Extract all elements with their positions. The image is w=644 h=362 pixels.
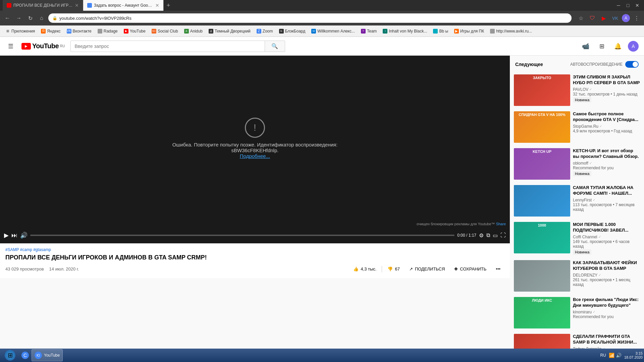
- sidebar-item-2[interactable]: KETCH UP KETCH-UP. И вот этот обзор вы п…: [513, 145, 641, 182]
- progress-bar[interactable]: [30, 235, 454, 236]
- next-button[interactable]: ⏭: [11, 232, 17, 239]
- sidebar-info-5: КАК ЗАРАБАТЫВАЮТ ФЕЙКИ ЮТУБЕРОВ В GTA SA…: [573, 260, 640, 292]
- tab-2[interactable]: Задать вопрос - Аккаунт Google ✕: [83, 0, 164, 11]
- minimize-button[interactable]: ─: [614, 1, 623, 9]
- video-tags[interactable]: #SAMP #сamp #gtasamp: [5, 247, 504, 252]
- bookmark-radage[interactable]: Radage: [95, 27, 120, 35]
- sidebar-item-0[interactable]: ЗАКРЫТО ЭТИМ СЛИВОМ Я ЗАКРЫЛ НУБО РП СЕР…: [513, 72, 641, 109]
- bookmark-willkommen[interactable]: W Willkommen Алекс...: [309, 27, 358, 35]
- sidebar-info-4: МОИ ПЕРВЫЕ 1.000 ПОДПИСЧИКОВ! ЗАВЕЛ... C…: [573, 222, 640, 255]
- bookmark-apps[interactable]: ⊞ Приложения: [3, 27, 38, 35]
- autoplay-toggle[interactable]: [625, 61, 639, 68]
- back-button[interactable]: ←: [3, 13, 12, 23]
- hamburger-menu[interactable]: ☰: [5, 40, 16, 53]
- share-link[interactable]: Share: [496, 222, 506, 226]
- header-right: 📹 ⊞ 🔔 A: [580, 40, 639, 52]
- thumb-text-5: [514, 260, 570, 263]
- verified-5: ✓: [598, 273, 601, 277]
- bookmark-bby[interactable]: Bb ы: [430, 27, 451, 35]
- youtube-header: ☰ YouTubeRU 🔍 📹 ⊞ 🔔 A: [0, 37, 644, 56]
- theater-icon[interactable]: ▭: [493, 232, 498, 239]
- search-button[interactable]: 🔍: [265, 41, 285, 52]
- url-bar[interactable]: 🔒 youtube.com/watch?v=9lOVP289cRs: [48, 13, 572, 23]
- notifications-button[interactable]: 🔔: [612, 40, 624, 52]
- url-text: youtube.com/watch?v=9lOVP289cRs: [59, 16, 131, 21]
- user-avatar-small[interactable]: A: [622, 14, 630, 22]
- thumbnail-3: [514, 185, 570, 217]
- tab1-close[interactable]: ✕: [75, 3, 79, 8]
- thumbnail-2: KETCH UP: [514, 148, 570, 180]
- search-input[interactable]: [71, 41, 265, 52]
- bookmark-star[interactable]: ☆: [576, 13, 586, 23]
- bookmark-avki[interactable]: http://www.aviki.ru...: [487, 27, 535, 35]
- bookmark-youtube[interactable]: ▶ YouTube: [121, 27, 148, 35]
- bookmark-blackboard[interactable]: Б БлэкБоард: [276, 27, 308, 35]
- sidebar-item-7[interactable]: СДЕЛАЛИ ГРАФФИТИ GTA SAMP В РЕАЛЬНОЙ ЖИЗ…: [513, 331, 641, 349]
- vk-icon[interactable]: VK: [610, 13, 620, 23]
- settings-icon[interactable]: ⚙: [479, 232, 484, 239]
- taskbar-youtube-tab[interactable]: Ю YouTube: [32, 349, 63, 361]
- sidebar: Следующее АВТОВОСПРОИЗВЕДЕНИЕ ЗАКРЫТО ЭТ…: [510, 56, 644, 349]
- sidebar-stats-4: 149 тыс. просмотров • 6 часов назад: [573, 239, 640, 249]
- play-button[interactable]: ▶: [4, 232, 9, 239]
- sidebar-info-7: СДЕЛАЛИ ГРАФФИТИ GTA SAMP В РЕАЛЬНОЙ ЖИЗ…: [573, 334, 640, 349]
- inhalt-icon: I: [383, 29, 387, 34]
- tab-1[interactable]: ПРОПАЛИ ВСЕ ДЕНЬГИ ИГРОК... ✕: [3, 0, 83, 11]
- address-bar-actions: ☆ 🛡 ▶ VK A ⋮: [576, 13, 641, 23]
- ad-blocked-text: очищен блокировщик рекламы для Youtube™: [417, 222, 495, 226]
- maximize-button[interactable]: □: [624, 1, 632, 9]
- create-video-button[interactable]: 📹: [580, 40, 592, 52]
- sidebar-header: Следующее АВТОВОСПРОИЗВЕДЕНИЕ: [513, 58, 641, 72]
- fullscreen-icon[interactable]: ⛶: [500, 232, 506, 238]
- youtube-logo-icon: [21, 43, 31, 50]
- reload-button[interactable]: ↻: [25, 13, 35, 23]
- sidebar-info-3: САМАЯ ТУПАЯ ЖАЛОБА НА ФОРУМЕ САМП! - НАШ…: [573, 185, 640, 217]
- bookmark-anidub[interactable]: A Anidub: [181, 27, 205, 35]
- bookmark-games[interactable]: ▶ Игры для ПК: [451, 27, 487, 35]
- volume-button[interactable]: 🔊: [20, 232, 28, 239]
- like-button[interactable]: 👍 4,3 тыс.: [349, 264, 380, 274]
- sidebar-item-4[interactable]: 1000 МОИ ПЕРВЫЕ 1.000 ПОДПИСЧИКОВ! ЗАВЕЛ…: [513, 219, 641, 257]
- bookmark-zoom[interactable]: Z Zoom: [254, 27, 276, 35]
- bookmark-dark-butler[interactable]: Д Темный Дворецкий: [206, 27, 253, 35]
- sidebar-title-3: САМАЯ ТУПАЯ ЖАЛОБА НА ФОРУМЕ САМП! - НАШ…: [573, 185, 640, 196]
- video-actions: 👍 4,3 тыс. 👎 67 ↗ ПОДЕЛИТЬСЯ ✚ СОХРАНИТЬ…: [349, 264, 504, 274]
- bookmark-bby-label: Bb ы: [439, 29, 448, 34]
- bookmark-vk[interactable]: VK Вконтакте: [64, 27, 94, 35]
- bookmark-inhalt[interactable]: I Inhalt von My Black...: [380, 27, 430, 35]
- taskbar-lang: RU: [600, 353, 606, 358]
- bookmark-team[interactable]: T Team: [358, 27, 379, 35]
- error-link[interactable]: Подробнее...: [240, 153, 270, 159]
- forward-button[interactable]: →: [14, 13, 23, 23]
- thumb-text-0: ЗАКРЫТО: [514, 74, 570, 81]
- bookmark-yandex[interactable]: Я Яндекс: [38, 27, 63, 35]
- sidebar-item-1[interactable]: СПИДРАН GTA V НА 100% Самое быстрое полн…: [513, 109, 641, 145]
- thumbnail-6: ЛЮДИ ИКС: [514, 297, 570, 328]
- verified-2: ✓: [589, 161, 592, 165]
- close-button[interactable]: ✕: [633, 1, 641, 9]
- youtube-logo[interactable]: YouTubeRU: [21, 42, 65, 50]
- start-icon: ⊞: [5, 350, 15, 361]
- search-bar[interactable]: [70, 41, 265, 52]
- user-avatar[interactable]: A: [628, 41, 639, 52]
- extensions-icon[interactable]: ⋮: [632, 13, 641, 23]
- save-button[interactable]: ✚ СОХРАНИТЬ: [450, 264, 490, 274]
- dislike-button[interactable]: 👎 67: [383, 264, 404, 274]
- new-tab-button[interactable]: +: [164, 0, 173, 11]
- miniplayer-icon[interactable]: ⧉: [486, 232, 490, 238]
- verified-4: ✓: [598, 235, 601, 239]
- share-button[interactable]: ↗ ПОДЕЛИТЬСЯ: [405, 264, 449, 274]
- bookmark-socialclub[interactable]: SC Social Club: [149, 27, 181, 35]
- sidebar-item-3[interactable]: САМАЯ ТУПАЯ ЖАЛОБА НА ФОРУМЕ САМП! - НАШ…: [513, 182, 641, 219]
- yt-icon[interactable]: ▶: [599, 13, 608, 23]
- home-button[interactable]: ⌂: [37, 13, 46, 23]
- more-actions-button[interactable]: •••: [492, 264, 504, 274]
- sidebar-item-6[interactable]: ЛЮДИ ИКС Все грехи фильма "Люди Икс: Дни…: [513, 294, 641, 331]
- start-button[interactable]: ⊞: [1, 349, 19, 361]
- tab2-close[interactable]: ✕: [155, 3, 159, 8]
- taskbar-chrome-icon[interactable]: C: [19, 349, 32, 361]
- tab1-favicon: [7, 3, 11, 8]
- shield-icon[interactable]: 🛡: [588, 13, 597, 23]
- apps-grid-button[interactable]: ⊞: [596, 40, 608, 52]
- sidebar-item-5[interactable]: КАК ЗАРАБАТЫВАЮТ ФЕЙКИ ЮТУБЕРОВ В GTA SA…: [513, 257, 641, 294]
